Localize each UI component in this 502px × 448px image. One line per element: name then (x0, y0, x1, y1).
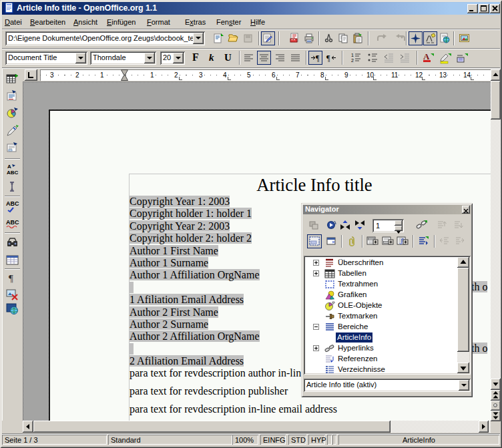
svg-text:ABC: ABC (7, 170, 19, 176)
svg-text:2: 2 (351, 58, 354, 63)
svg-text:¶: ¶ (316, 53, 320, 63)
svg-text:¶: ¶ (326, 53, 330, 63)
svg-text:1: 1 (351, 53, 354, 57)
svg-text:ABC: ABC (6, 219, 19, 226)
svg-text:A: A (7, 164, 11, 170)
svg-text:ABC: ABC (6, 200, 19, 207)
svg-text:A: A (423, 52, 430, 61)
svg-text:¶: ¶ (9, 273, 13, 284)
